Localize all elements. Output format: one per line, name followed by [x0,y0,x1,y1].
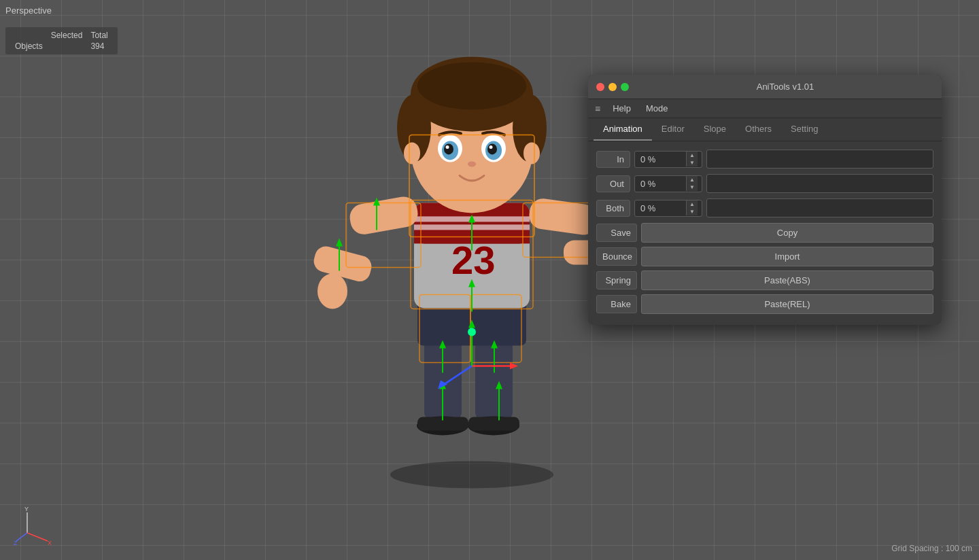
anitools-panel: AniTools v1.01 ≡ Help Mode Animation Edi… [588,75,942,325]
panel-tabs: Animation Editor Slope Others Setting [588,118,942,141]
panel-title: AniTools v1.01 [637,82,933,92]
out-bar [706,174,933,193]
svg-point-34 [468,161,476,167]
action-row-spring: Spring Paste(ABS) [596,270,933,290]
both-bar [706,198,933,217]
close-button[interactable] [596,83,604,91]
svg-point-31 [487,143,497,154]
svg-line-72 [27,533,48,541]
objects-selected-value [47,41,87,52]
action-rows: Save Copy Bounce Import Spring Paste(ABS… [596,223,933,314]
in-input[interactable] [635,152,686,167]
svg-point-0 [390,461,553,488]
perspective-label: Perspective [5,5,52,16]
bake-label: Bake [596,295,637,313]
svg-rect-15 [311,244,374,284]
action-row-save: Save Copy [596,223,933,243]
axis-indicator: Y Z X [14,506,54,546]
out-spinner[interactable]: ▲ ▼ [634,175,702,192]
both-down-arrow[interactable]: ▼ [687,208,698,215]
param-row-in: In ▲ ▼ [596,150,933,169]
grid-spacing-label: Grid Spacing : 100 cm [891,544,972,553]
paste-rel-button[interactable]: Paste(REL) [641,294,933,314]
out-up-arrow[interactable]: ▲ [687,176,698,183]
action-row-bounce: Bounce Import [596,247,933,266]
copy-button[interactable]: Copy [641,223,933,243]
svg-marker-46 [336,238,343,246]
objects-info-panel: Selected Total Objects 394 [5,27,118,54]
menu-mode[interactable]: Mode [643,102,671,115]
tab-editor[interactable]: Editor [652,118,694,141]
in-spinner[interactable]: ▲ ▼ [634,151,702,168]
out-down-arrow[interactable]: ▼ [687,183,698,191]
import-button[interactable]: Import [641,247,933,266]
objects-total-value: 394 [86,41,111,52]
minimize-button[interactable] [608,83,617,91]
in-label: In [596,151,630,168]
objects-selected-header: Selected [47,30,87,41]
in-down-arrow[interactable]: ▼ [687,159,698,167]
menu-help[interactable]: Help [610,102,634,115]
svg-point-65 [468,328,476,336]
spring-label: Spring [596,271,637,290]
svg-marker-60 [510,362,518,369]
svg-point-33 [490,145,493,149]
both-input[interactable] [635,200,686,216]
panel-titlebar: AniTools v1.01 [588,75,942,99]
svg-rect-6 [468,417,519,430]
in-up-arrow[interactable]: ▲ [687,152,698,159]
out-arrows: ▲ ▼ [686,176,698,191]
both-spinner[interactable]: ▲ ▼ [634,200,702,217]
out-input[interactable] [635,176,686,192]
param-row-out: Out ▲ ▼ [596,174,933,193]
out-label: Out [596,175,630,192]
action-row-bake: Bake Paste(REL) [596,294,933,314]
both-arrows: ▲ ▼ [686,200,698,215]
tab-animation[interactable]: Animation [594,118,652,141]
both-up-arrow[interactable]: ▲ [687,200,698,208]
svg-text:X: X [48,540,52,546]
svg-line-70 [16,533,27,541]
svg-point-32 [446,145,449,149]
svg-text:Y: Y [24,506,29,512]
bounce-label: Bounce [596,247,637,266]
svg-point-36 [523,142,540,164]
tab-others[interactable]: Others [736,118,781,141]
in-bar [706,150,933,169]
objects-row-label: Objects [11,41,47,52]
param-row-both: Both ▲ ▼ [596,198,933,217]
svg-point-25 [417,62,526,109]
window-controls [596,83,629,91]
in-arrows: ▲ ▼ [686,152,698,167]
panel-content: In ▲ ▼ Out ▲ ▼ Both [588,141,942,325]
svg-text:23: 23 [451,238,496,282]
tab-setting[interactable]: Setting [781,118,827,141]
svg-point-30 [444,143,453,154]
svg-point-35 [404,142,420,164]
maximize-button[interactable] [621,83,629,91]
panel-menubar: ≡ Help Mode [588,99,942,118]
svg-text:Z: Z [14,540,18,546]
paste-abs-button[interactable]: Paste(ABS) [641,270,933,290]
tab-slope[interactable]: Slope [694,118,736,141]
objects-total-header: Total [86,30,111,41]
both-label: Both [596,200,630,217]
hamburger-icon[interactable]: ≡ [595,103,600,114]
save-label: Save [596,224,637,242]
svg-point-16 [317,273,347,309]
